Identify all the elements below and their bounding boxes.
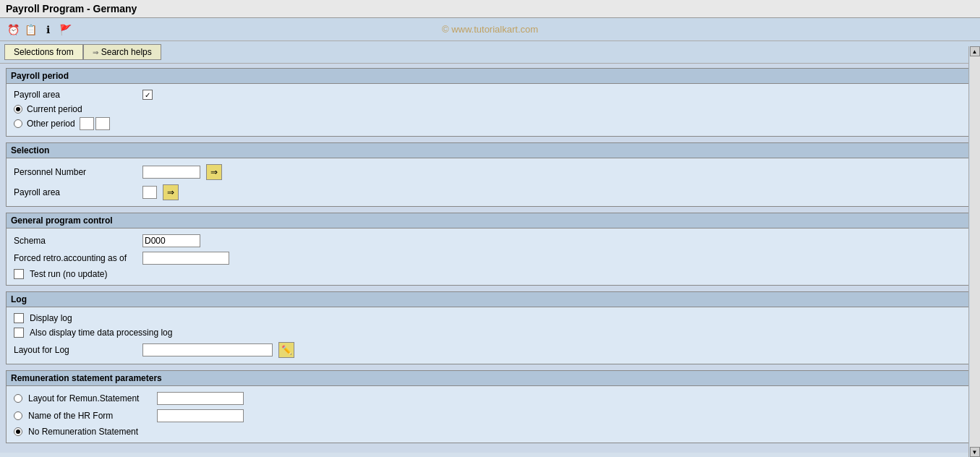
payroll-period-body: Payroll area ✓ Current period Other peri… [6, 83, 974, 137]
layout-remun-radio[interactable] [14, 394, 22, 403]
selection-payroll-area-arrow-btn[interactable]: ⇒ [163, 184, 179, 200]
forced-retro-row: Forced retro.accounting as of [14, 252, 966, 265]
layout-remun-row: Layout for Remun.Statement [14, 392, 966, 405]
test-run-label: Test run (no update) [30, 269, 107, 279]
current-period-row: Current period [14, 104, 966, 114]
personnel-number-arrow-btn[interactable]: ⇒ [206, 164, 222, 180]
tab-search-helps[interactable]: ⇒ Search helps [83, 44, 161, 60]
period-radio-group: Current period Other period [14, 104, 966, 130]
tab-selections-from[interactable]: Selections from [4, 44, 83, 60]
test-run-checkbox[interactable] [14, 269, 24, 279]
remuneration-header: Remuneration statement parameters [6, 370, 974, 385]
payroll-area-row: Payroll area ✓ [14, 90, 966, 100]
also-display-row: Also display time data processing log [14, 328, 966, 338]
other-period-row: Other period [14, 117, 966, 130]
selection-body: Personnel Number ⇒ Payroll area ⇒ [6, 158, 974, 207]
selection-payroll-area-label: Payroll area [14, 187, 137, 197]
payroll-area-checkbox[interactable]: ✓ [142, 90, 153, 100]
scrollbar: ▲ ▼ [968, 46, 980, 457]
payroll-area-label: Payroll area [14, 90, 137, 100]
other-period-input1[interactable] [80, 117, 94, 130]
watermark: © www.tutorialkart.com [442, 24, 538, 35]
display-log-label: Display log [30, 313, 72, 323]
name-hr-form-row: Name of the HR Form [14, 409, 966, 422]
page-title: Payroll Program - Germany [6, 3, 137, 14]
layout-remun-input[interactable] [157, 392, 244, 405]
name-hr-form-label: Name of the HR Form [28, 411, 151, 421]
schema-label: Schema [14, 236, 137, 246]
selection-section: Selection Personnel Number ⇒ Payroll are… [6, 142, 974, 207]
toolbar: ⏰ 📋 ℹ 🚩 © www.tutorialkart.com [0, 18, 980, 41]
forced-retro-input[interactable] [142, 252, 229, 265]
copy-icon[interactable]: 📋 [23, 22, 38, 37]
other-period-input2[interactable] [95, 117, 110, 130]
other-period-inputs [80, 117, 110, 130]
layout-for-log-label: Layout for Log [14, 345, 137, 355]
also-display-label: Also display time data processing log [30, 328, 172, 338]
remuneration-section: Remuneration statement parameters Layout… [6, 370, 974, 443]
name-hr-form-radio[interactable] [14, 411, 22, 420]
info-icon[interactable]: ℹ [41, 22, 55, 37]
no-remuneration-row: No Remuneration Statement [14, 427, 966, 437]
tab-arrow-icon: ⇒ [93, 48, 98, 56]
no-remuneration-label: No Remuneration Statement [28, 427, 138, 437]
clock-icon[interactable]: ⏰ [6, 22, 20, 37]
no-remuneration-radio[interactable] [14, 427, 22, 436]
schema-row: Schema [14, 234, 966, 247]
scroll-down-arrow[interactable]: ▼ [970, 447, 980, 457]
other-period-label: Other period [27, 119, 75, 129]
tab-bar: Selections from ⇒ Search helps [0, 41, 980, 64]
selection-payroll-area-input[interactable] [142, 186, 157, 199]
selection-payroll-area-row: Payroll area ⇒ [14, 184, 966, 200]
tab-search-helps-label: Search helps [101, 47, 152, 57]
layout-for-log-pencil-btn[interactable]: ✏️ [278, 342, 294, 358]
personnel-number-row: Personnel Number ⇒ [14, 164, 966, 180]
forced-retro-label: Forced retro.accounting as of [14, 253, 137, 263]
remuneration-body: Layout for Remun.Statement Name of the H… [6, 385, 974, 443]
display-log-row: Display log [14, 313, 966, 323]
test-run-row: Test run (no update) [14, 269, 966, 279]
flag-icon[interactable]: 🚩 [58, 22, 72, 37]
other-period-radio[interactable] [14, 119, 22, 128]
tab-selections-from-label: Selections from [14, 47, 74, 57]
personnel-number-label: Personnel Number [14, 167, 137, 177]
display-log-checkbox[interactable] [14, 313, 24, 323]
also-display-checkbox[interactable] [14, 328, 24, 338]
general-program-control-section: General program control Schema Forced re… [6, 213, 974, 286]
selection-header: Selection [6, 142, 974, 158]
log-body: Display log Also display time data proce… [6, 307, 974, 364]
title-bar: Payroll Program - Germany [0, 0, 980, 18]
general-program-control-header: General program control [6, 213, 974, 228]
name-hr-form-input[interactable] [157, 409, 244, 422]
payroll-period-section: Payroll period Payroll area ✓ Current pe… [6, 68, 974, 137]
payroll-period-header: Payroll period [6, 68, 974, 83]
current-period-radio[interactable] [14, 105, 22, 114]
scroll-up-arrow[interactable]: ▲ [970, 46, 980, 56]
layout-for-log-input[interactable] [142, 343, 273, 356]
layout-for-log-row: Layout for Log ✏️ [14, 342, 966, 358]
schema-input[interactable] [142, 234, 200, 247]
log-section: Log Display log Also display time data p… [6, 291, 974, 364]
general-program-control-body: Schema Forced retro.accounting as of Tes… [6, 228, 974, 286]
main-content: Payroll period Payroll area ✓ Current pe… [0, 64, 980, 453]
current-period-label: Current period [27, 104, 82, 114]
log-header: Log [6, 291, 974, 307]
layout-remun-label: Layout for Remun.Statement [28, 393, 151, 403]
personnel-number-input[interactable] [142, 166, 200, 179]
